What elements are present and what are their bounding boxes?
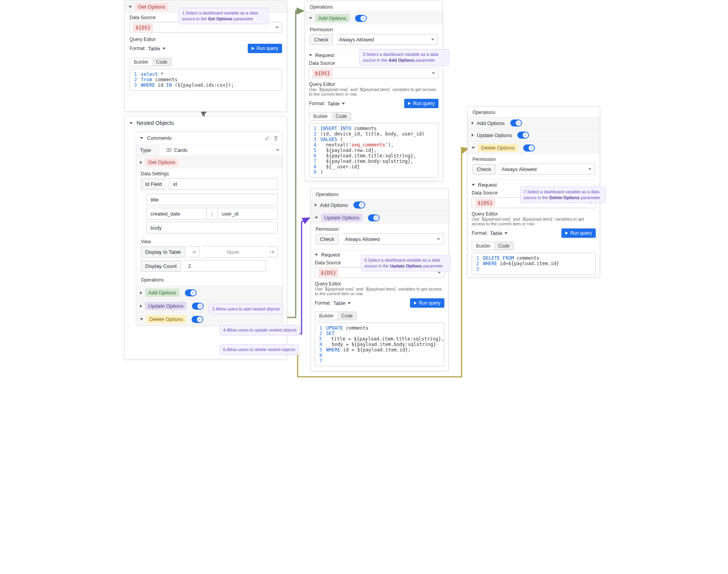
add-options-toggle[interactable] [185, 289, 197, 296]
tip-5: 5.Select a dashboard variable as a data … [361, 255, 451, 271]
sort-asc-button[interactable]: ↓≡ [188, 246, 200, 257]
code-editor[interactable]: 1UPDATE comments2SET3 title = ${payload.… [315, 323, 444, 366]
tip-1: 1.Select a dashboard variable as a data … [179, 8, 268, 24]
builder-tab[interactable]: Builder [130, 58, 152, 66]
nested-objects-title: Nested Objects [137, 120, 174, 126]
comments-title: Comments [147, 135, 172, 141]
code-editor[interactable]: 1select *2from comments3WHERE id IN (${p… [130, 69, 282, 91]
delete-options-toggle[interactable] [192, 316, 203, 323]
nested-objects-panel: Nested Objects Comments Type Cards Get O… [124, 116, 287, 359]
svg-rect-0 [167, 148, 169, 152]
cards-icon [166, 147, 172, 153]
delete-options-row[interactable]: Delete Options [136, 312, 282, 326]
run-query-button[interactable]: Run query [248, 44, 282, 53]
type-select[interactable]: Cards [163, 144, 282, 155]
run-query-button[interactable]: Run query [410, 298, 444, 308]
query-editor-label: Query Editor [130, 37, 282, 42]
data-settings-label: Data Settings [141, 171, 278, 176]
code-tabs[interactable]: Builder Code [130, 58, 172, 66]
field-input[interactable]: body [146, 222, 278, 234]
id-field-input[interactable]: id [169, 178, 278, 190]
type-label: Type [136, 145, 160, 155]
display-count-input[interactable]: 2 [184, 260, 266, 272]
format-select[interactable]: Table [148, 46, 165, 52]
update-options-toggle[interactable] [192, 303, 204, 310]
tip-2: 2.Allow users to add nested objects [209, 304, 283, 314]
run-query-button[interactable]: Run query [561, 228, 596, 238]
edit-icon[interactable] [265, 135, 270, 141]
field-input[interactable]: user_id [218, 208, 278, 219]
tip-6: 6.Allow users to delete nested objects [220, 344, 299, 355]
field-input[interactable]: created_date [146, 208, 207, 219]
data-source-select[interactable]: ${DS} [309, 68, 439, 78]
run-query-button[interactable]: Run query [404, 99, 439, 108]
sort-desc-button[interactable]: ↑≡ [266, 246, 278, 257]
code-editor[interactable]: 1DELETE FROM comments2WHERE id=${payload… [472, 253, 596, 275]
svg-rect-1 [169, 148, 171, 152]
field-input[interactable]: title [146, 194, 278, 205]
update-options-panel: Operations Add Options Update Options Pe… [311, 188, 449, 371]
code-tab[interactable]: Code [152, 58, 171, 66]
tip-7: 7.Select a dashboard variable as a data … [520, 187, 606, 203]
tip-4: 4.Allow users to update nested objects [220, 325, 300, 335]
add-options-row[interactable]: Add Options [136, 286, 282, 299]
add-options-panel: Operations Add Options Permission Check … [305, 1, 443, 181]
trash-icon[interactable] [273, 135, 279, 141]
tip-3: 3.Select a dashboard variable as a data … [359, 49, 449, 66]
permission-select[interactable]: Always Allowed [336, 34, 438, 45]
get-options-row[interactable]: Get Options [136, 155, 282, 169]
code-editor[interactable]: 1INSERT INTO comments2(id, device_id, ti… [309, 123, 439, 178]
